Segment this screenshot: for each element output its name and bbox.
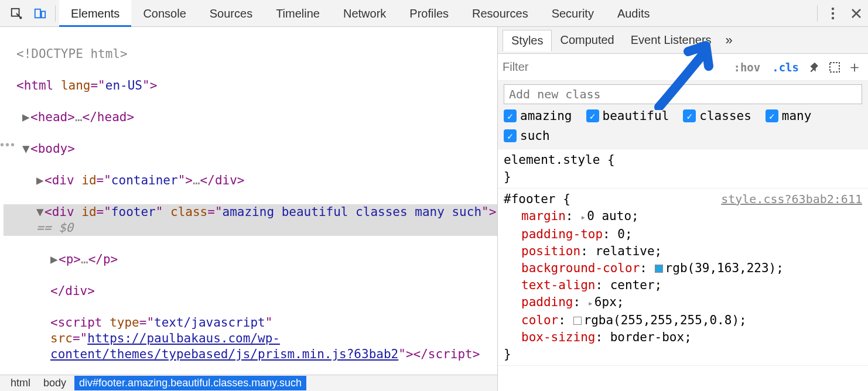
devtools-tab-profiles[interactable]: Profiles (398, 0, 460, 27)
svg-rect-6 (830, 63, 839, 72)
styles-subtab-computed[interactable]: Computed (552, 30, 622, 50)
top-tabs: ElementsConsoleSourcesTimelineNetworkPro… (59, 0, 662, 27)
devtools-tab-network[interactable]: Network (332, 0, 398, 27)
inspect-icon[interactable] (5, 0, 28, 27)
class-toggle-amazing[interactable]: ✓amazing (504, 109, 572, 123)
kebab-menu-icon[interactable] (821, 0, 845, 27)
style-rules[interactable]: element.style {}style.css?63bab2:611#foo… (498, 149, 868, 391)
expand-toggle-icon[interactable]: ▼ (22, 141, 29, 157)
svg-rect-2 (42, 11, 45, 18)
rule-source-link[interactable]: style.css?63bab2:611 (721, 191, 862, 208)
breadcrumb-item[interactable]: body (39, 376, 71, 390)
styles-tabs-overflow-icon[interactable]: » (720, 33, 739, 48)
expand-toggle-icon[interactable]: ▶ (50, 252, 57, 267)
devtools-tab-sources[interactable]: Sources (198, 0, 264, 27)
color-swatch-icon[interactable] (655, 265, 663, 273)
elements-panel: ••• <!DOCTYPE html> <html lang="en-US"> … (0, 27, 498, 391)
expand-toggle-icon[interactable]: ▶ (36, 173, 43, 188)
styles-filter-input[interactable] (503, 60, 726, 74)
devtools-tab-resources[interactable]: Resources (460, 0, 540, 27)
devtools-tab-security[interactable]: Security (540, 0, 606, 27)
breadcrumb-item[interactable]: div#footer.amazing.beautiful.classes.man… (74, 376, 306, 390)
css-rule[interactable]: element.style {} (498, 149, 868, 188)
checkbox-checked-icon: ✓ (683, 109, 696, 122)
styles-panel: StylesComputedEvent Listeners» :hov .cls… (498, 27, 868, 391)
devtools-tab-timeline[interactable]: Timeline (264, 0, 332, 27)
device-toggle-icon[interactable] (28, 0, 52, 27)
styles-subtab-styles[interactable]: Styles (503, 30, 552, 52)
devtools-tab-console[interactable]: Console (131, 0, 197, 27)
checkbox-checked-icon: ✓ (586, 109, 599, 122)
svg-point-4 (832, 12, 834, 14)
doctype: <!DOCTYPE html> (16, 47, 128, 61)
cls-toggle[interactable]: .cls (767, 59, 804, 76)
svg-point-5 (832, 16, 834, 19)
new-rule-button[interactable]: ＋ (846, 59, 863, 76)
selected-dom-node[interactable]: ▼<div id="footer" class="amazing beautif… (4, 204, 497, 236)
styles-tabs: StylesComputedEvent Listeners» (498, 27, 868, 54)
class-toggle-beautiful[interactable]: ✓beautiful (586, 109, 669, 123)
color-swatch-icon[interactable] (573, 317, 582, 325)
checkbox-checked-icon: ✓ (766, 109, 778, 122)
css-rule[interactable]: style.css?63bab2:611#footer {margin: 0 a… (498, 188, 868, 366)
checkbox-checked-icon: ✓ (504, 129, 517, 142)
pin-icon[interactable] (806, 59, 823, 76)
dom-tree[interactable]: <!DOCTYPE html> <html lang="en-US"> ▶<he… (0, 27, 497, 375)
devtools-tab-bar: ElementsConsoleSourcesTimelineNetworkPro… (0, 0, 868, 27)
devtools-tab-elements[interactable]: Elements (59, 0, 131, 27)
expand-toggle-icon[interactable]: ▶ (22, 109, 29, 125)
script-src-link[interactable]: https://paulbakaus.com/wp-content/themes… (50, 331, 398, 361)
breadcrumb: htmlbodydiv#footer.amazing.beautiful.cla… (0, 375, 497, 391)
class-toggle-classes[interactable]: ✓classes (683, 109, 751, 123)
layout-icon[interactable] (826, 59, 843, 76)
svg-rect-1 (35, 9, 40, 18)
class-checkboxes: ✓amazing✓beautiful✓classes✓many✓such (504, 109, 862, 143)
expand-toggle-icon[interactable]: ▼ (36, 204, 43, 220)
class-editor: ✓amazing✓beautiful✓classes✓many✓such (498, 81, 868, 149)
add-class-input[interactable] (504, 84, 862, 104)
breadcrumb-item[interactable]: html (6, 376, 35, 390)
close-icon[interactable] (845, 0, 868, 27)
checkbox-checked-icon: ✓ (504, 109, 517, 122)
styles-filter-row: :hov .cls ＋ (498, 54, 868, 81)
class-toggle-many[interactable]: ✓many (766, 109, 812, 123)
hover-toggle[interactable]: :hov (729, 59, 765, 76)
devtools-tab-audits[interactable]: Audits (606, 0, 662, 27)
styles-subtab-event-listeners[interactable]: Event Listeners (623, 30, 720, 50)
svg-point-3 (832, 7, 834, 9)
class-toggle-such[interactable]: ✓such (504, 129, 550, 143)
